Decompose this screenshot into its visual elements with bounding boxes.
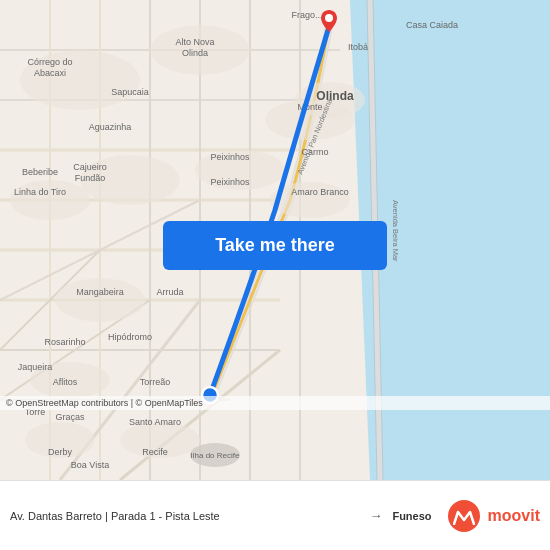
map-container: Córrego do Abacaxi Alto Nova Olinda Sapu… xyxy=(0,0,550,480)
svg-text:Beberibe: Beberibe xyxy=(22,167,58,177)
map-attribution: © OpenStreetMap contributors | © OpenMap… xyxy=(0,396,550,410)
svg-text:Córrego do: Córrego do xyxy=(27,57,72,67)
svg-text:Casa Caiada: Casa Caiada xyxy=(406,20,458,30)
arrow-icon: → xyxy=(365,508,386,523)
moovit-icon xyxy=(448,500,480,532)
moovit-wordmark: moovit xyxy=(488,507,540,525)
svg-text:Peixinhos: Peixinhos xyxy=(210,177,250,187)
svg-text:Recife: Recife xyxy=(142,447,168,457)
svg-text:Sapucaia: Sapucaia xyxy=(111,87,149,97)
svg-text:Ilha do Recife: Ilha do Recife xyxy=(191,451,240,460)
svg-text:Aguazinha: Aguazinha xyxy=(89,122,132,132)
moovit-logo: moovit xyxy=(440,500,540,532)
svg-text:Hipódromo: Hipódromo xyxy=(108,332,152,342)
svg-text:Jaqueira: Jaqueira xyxy=(18,362,53,372)
svg-text:Alto Nova: Alto Nova xyxy=(175,37,214,47)
origin-text: Av. Dantas Barreto | Parada 1 - Pista Le… xyxy=(10,510,359,522)
svg-text:Arruda: Arruda xyxy=(156,287,183,297)
svg-text:Boa Vista: Boa Vista xyxy=(71,460,109,470)
destination-text: Funeso xyxy=(392,510,431,522)
svg-text:Linha do Tiro: Linha do Tiro xyxy=(14,187,66,197)
svg-point-9 xyxy=(55,278,145,322)
svg-text:Itobá: Itobá xyxy=(348,42,368,52)
svg-text:Abacaxi: Abacaxi xyxy=(34,68,66,78)
svg-text:Olinda: Olinda xyxy=(182,48,208,58)
route-info: Av. Dantas Barreto | Parada 1 - Pista Le… xyxy=(10,508,432,523)
svg-point-50 xyxy=(325,14,333,22)
bottom-bar: Av. Dantas Barreto | Parada 1 - Pista Le… xyxy=(0,480,550,550)
svg-text:Frago...: Frago... xyxy=(291,10,322,20)
svg-text:Aflitos: Aflitos xyxy=(53,377,78,387)
svg-text:Derby: Derby xyxy=(48,447,73,457)
svg-text:Cajueiro: Cajueiro xyxy=(73,162,107,172)
svg-text:Graças: Graças xyxy=(55,412,85,422)
svg-text:Olinda: Olinda xyxy=(316,89,354,103)
svg-text:Fundão: Fundão xyxy=(75,173,106,183)
svg-text:Santo Amaro: Santo Amaro xyxy=(129,417,181,427)
svg-text:Peixinhos: Peixinhos xyxy=(210,152,250,162)
svg-text:Avenida Beira Mar: Avenida Beira Mar xyxy=(391,200,400,262)
svg-text:Monte: Monte xyxy=(297,102,322,112)
svg-text:Torreão: Torreão xyxy=(140,377,171,387)
svg-text:Rosarinho: Rosarinho xyxy=(44,337,85,347)
svg-point-6 xyxy=(10,180,90,220)
svg-text:Mangabeira: Mangabeira xyxy=(76,287,124,297)
take-me-there-button[interactable]: Take me there xyxy=(163,221,387,270)
svg-text:Amaro Branco: Amaro Branco xyxy=(291,187,349,197)
